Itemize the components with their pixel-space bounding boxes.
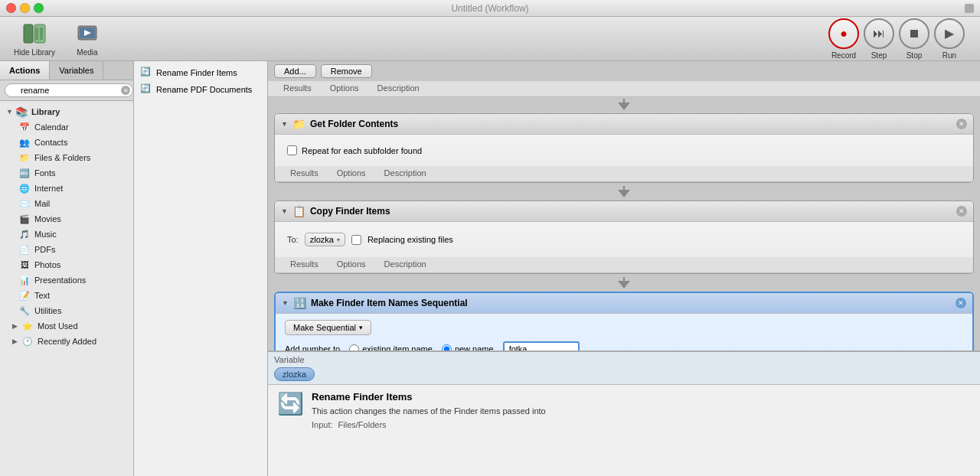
copy-finder-disclosure[interactable]: ▼: [281, 207, 288, 215]
sequential-header: ▼ 🔢 Make Finder Item Names Sequential ✕: [276, 293, 972, 314]
existing-item-label: existing item name: [362, 344, 433, 350]
sidebar-item-internet[interactable]: 🌐 Internet: [0, 181, 133, 196]
copy-finder-title: Copy Finder Items: [310, 206, 952, 217]
add-button[interactable]: Add...: [274, 64, 316, 78]
sidebar-item-contacts[interactable]: 👥 Contacts: [0, 135, 133, 150]
most-used-icon: ⭐: [21, 320, 34, 332]
maximize-button[interactable]: [34, 3, 44, 13]
search-bar: 🔍 ✕: [0, 80, 133, 101]
sequential-disclosure[interactable]: ▼: [282, 299, 289, 307]
sidebar-item-utilities[interactable]: 🔧 Utilities: [0, 303, 133, 318]
record-button[interactable]: ● Record: [828, 18, 859, 60]
text-icon: 📝: [18, 289, 31, 302]
record-label: Record: [831, 51, 856, 60]
left-panel: Actions Variables 🔍 ✕ ▼ 📚 Library 📅: [0, 61, 134, 476]
internet-label: Internet: [34, 184, 63, 193]
variable-chip: zlozka: [274, 367, 315, 381]
calendar-label: Calendar: [34, 122, 69, 132]
mail-icon: ✉️: [18, 197, 31, 210]
pdfs-label: PDFs: [34, 245, 56, 254]
toolbar: Hide Library Media ● Record ⏭ Step ⏹ Sto…: [0, 17, 980, 61]
get-folder-title: Get Folder Contents: [310, 119, 952, 129]
window-title: Untitled (Workflow): [451, 3, 528, 14]
tab-actions[interactable]: Actions: [0, 61, 50, 80]
sidebar-item-mail[interactable]: ✉️ Mail: [0, 196, 133, 211]
block-copy-finder: ▼ 📋 Copy Finder Items ✕ To: zlozka ▾ Rep…: [274, 201, 974, 274]
get-folder-close[interactable]: ✕: [956, 119, 967, 129]
sidebar-item-library[interactable]: ▼ 📚 Library: [0, 104, 133, 119]
movies-icon: 🎬: [18, 213, 31, 225]
get-folder-tab-results[interactable]: Results: [281, 166, 328, 181]
tab-bar: Actions Variables: [0, 61, 133, 80]
bottom-description: This action changes the names of the Fin…: [312, 406, 971, 417]
copy-tab-results[interactable]: Results: [281, 257, 328, 272]
sequential-title: Make Finder Item Names Sequential: [311, 298, 951, 308]
media-button[interactable]: Media: [69, 18, 106, 60]
action-rename-pdf[interactable]: 🔄 Rename PDF Documents: [134, 81, 267, 98]
disclosure-icon: ▼: [6, 108, 14, 116]
connector-3: [268, 277, 980, 289]
copy-finder-content: To: zlozka ▾ Replacing existing files: [275, 222, 973, 257]
repeat-checkbox[interactable]: [287, 145, 297, 155]
action-rename-finder[interactable]: 🔄 Rename Finder Items: [134, 64, 267, 81]
new-name-radio[interactable]: [442, 344, 452, 351]
sequential-close[interactable]: ✕: [956, 298, 966, 308]
get-folder-disclosure[interactable]: ▼: [281, 120, 288, 128]
fonts-icon: 🔤: [18, 167, 31, 179]
music-label: Music: [34, 230, 57, 239]
get-folder-icon: 📁: [292, 118, 305, 130]
sidebar-item-text[interactable]: 📝 Text: [0, 288, 133, 303]
stop-icon: ⏹: [899, 18, 929, 49]
search-clear-button[interactable]: ✕: [121, 86, 130, 95]
sidebar-item-photos[interactable]: 🖼 Photos: [0, 257, 133, 272]
existing-item-radio[interactable]: [349, 344, 359, 351]
sidebar-item-files-folders[interactable]: 📁 Files & Folders: [0, 150, 133, 165]
toolbar-right: ● Record ⏭ Step ⏹ Stop ▶ Run: [828, 18, 965, 60]
copy-tab-options[interactable]: Options: [328, 257, 375, 272]
titlebar: Untitled (Workflow): [0, 0, 980, 17]
resize-handle[interactable]: [965, 4, 974, 13]
folder-dropdown[interactable]: zlozka ▾: [305, 233, 345, 246]
top-tab-results[interactable]: Results: [274, 81, 321, 96]
run-button[interactable]: ▶ Run: [934, 18, 965, 60]
new-name-input[interactable]: [503, 341, 580, 350]
bottom-title: Rename Finder Items: [312, 391, 971, 403]
make-sequential-btn[interactable]: Make Sequential ▾: [285, 320, 371, 335]
sidebar-item-most-used[interactable]: ▶ ⭐ Most Used: [0, 318, 133, 334]
stop-button[interactable]: ⏹ Stop: [899, 18, 929, 60]
top-tab-description[interactable]: Description: [368, 81, 429, 96]
search-input[interactable]: [5, 83, 133, 97]
rename-finder-label: Rename Finder Items: [156, 68, 237, 77]
get-folder-tab-description[interactable]: Description: [375, 166, 436, 181]
top-tab-options[interactable]: Options: [321, 81, 368, 96]
tab-variables[interactable]: Variables: [50, 61, 103, 80]
repeat-label: Repeat for each subfolder found: [302, 146, 422, 155]
step-button[interactable]: ⏭ Step: [864, 18, 894, 60]
sidebar-item-music[interactable]: 🎵 Music: [0, 227, 133, 242]
copy-tab-description[interactable]: Description: [375, 257, 436, 272]
sidebar-item-pdfs[interactable]: 📄 PDFs: [0, 242, 133, 257]
replacing-checkbox[interactable]: [351, 235, 361, 245]
existing-item-radio-label: existing item name: [349, 344, 433, 351]
svg-rect-2: [35, 28, 38, 40]
hide-library-button[interactable]: Hide Library: [8, 18, 61, 60]
contacts-label: Contacts: [34, 138, 67, 147]
sidebar-item-fonts[interactable]: 🔤 Fonts: [0, 165, 133, 181]
new-name-radio-label: new name: [442, 344, 494, 351]
close-button[interactable]: [6, 3, 16, 13]
step-icon: ⏭: [864, 18, 894, 49]
input-value: Files/Folders: [338, 420, 387, 429]
sidebar-item-movies[interactable]: 🎬 Movies: [0, 211, 133, 227]
minimize-button[interactable]: [20, 3, 30, 13]
hide-library-icon: [22, 21, 47, 46]
variable-panel: Variable zlozka: [268, 351, 980, 384]
block-make-sequential: ▼ 🔢 Make Finder Item Names Sequential ✕ …: [274, 292, 974, 350]
block-get-folder-contents: ▼ 📁 Get Folder Contents ✕ Repeat for eac…: [274, 113, 974, 183]
sidebar-item-presentations[interactable]: 📊 Presentations: [0, 272, 133, 288]
sidebar-item-calendar[interactable]: 📅 Calendar: [0, 119, 133, 135]
utilities-label: Utilities: [34, 306, 61, 315]
sidebar-item-recently-added[interactable]: ▶ 🕐 Recently Added: [0, 334, 133, 349]
get-folder-tab-options[interactable]: Options: [328, 166, 375, 181]
remove-button[interactable]: Remove: [321, 64, 372, 78]
copy-finder-close[interactable]: ✕: [956, 206, 967, 217]
